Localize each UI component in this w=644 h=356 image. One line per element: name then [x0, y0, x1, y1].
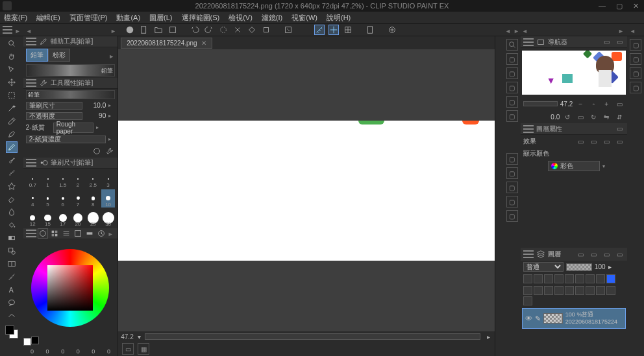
layers-opt4-icon[interactable]: ▭: [614, 249, 625, 259]
color-set-icon[interactable]: [73, 228, 83, 239]
undo-icon[interactable]: [190, 25, 200, 35]
wand-tool[interactable]: [6, 102, 18, 114]
paper-density-stepper[interactable]: ▸: [108, 136, 115, 142]
rq-3-icon[interactable]: ▢: [630, 67, 641, 79]
menu-file[interactable]: 檔案(F): [4, 13, 27, 23]
lb-3-icon[interactable]: [544, 286, 553, 295]
assets-icon[interactable]: [387, 25, 397, 35]
size-cell[interactable]: 12: [26, 209, 40, 227]
effect-3-icon[interactable]: ▭: [601, 136, 612, 147]
color-header[interactable]: [23, 228, 118, 239]
brush-preview[interactable]: 鉛筆: [26, 64, 116, 77]
color-expand-icon[interactable]: [108, 230, 114, 237]
layer-opacity-value[interactable]: 100: [595, 263, 606, 270]
la-1-icon[interactable]: [523, 274, 532, 283]
menu-help[interactable]: 說明(H): [327, 13, 351, 23]
layers-menu-icon[interactable]: [523, 250, 534, 258]
sv-square[interactable]: [47, 265, 93, 311]
fill-icon[interactable]: [247, 25, 257, 35]
lb-trash-icon[interactable]: [523, 296, 532, 305]
hue-ring[interactable]: [31, 249, 109, 327]
qa-9-icon[interactable]: ▢: [506, 196, 518, 208]
color-menu-icon[interactable]: [26, 230, 36, 237]
menu-page[interactable]: 頁面管理(P): [69, 13, 108, 23]
color-swatch-grid-icon[interactable]: [49, 228, 60, 239]
frame-tool[interactable]: [6, 258, 18, 270]
zoom-slider-icon[interactable]: ◦: [588, 99, 599, 109]
hand-tool[interactable]: [6, 51, 18, 62]
snap-grid-icon[interactable]: [343, 25, 353, 35]
toolprop-header[interactable]: 工具屬性[鉛筆]: [23, 78, 118, 89]
paper-density-slider[interactable]: 2-紙質濃度: [26, 136, 106, 143]
menu-anim[interactable]: 動畫(A): [116, 13, 140, 23]
size-cell[interactable]: 7: [71, 189, 84, 208]
balloon-tool[interactable]: [6, 297, 18, 309]
layerprop-menu-icon[interactable]: [523, 125, 534, 133]
rotate-ccw-icon[interactable]: ↺: [562, 112, 573, 122]
brushsize-stepper[interactable]: ▸: [108, 102, 115, 108]
move-tool[interactable]: [6, 77, 18, 88]
tab-pencil[interactable]: 鉛筆: [26, 49, 48, 62]
airbrush-tool[interactable]: [6, 167, 18, 179]
rotate-reset-icon[interactable]: ▭: [575, 112, 586, 122]
lprop-opt-icon[interactable]: ▭: [614, 124, 625, 134]
decoration-tool[interactable]: [6, 180, 18, 192]
fill-tool[interactable]: [6, 219, 18, 231]
panel-collapse-right-icon[interactable]: [110, 27, 117, 33]
nav-menu-icon[interactable]: [523, 38, 534, 46]
opacity-stepper[interactable]: ▸: [108, 113, 115, 119]
size-cell[interactable]: 10: [101, 189, 115, 208]
lb-mask-icon[interactable]: [586, 286, 595, 295]
snap-ruler-icon[interactable]: [314, 25, 325, 35]
size-cell[interactable]: 25: [86, 209, 100, 227]
flip-v-icon[interactable]: ⇵: [614, 112, 625, 122]
save-icon[interactable]: [167, 25, 178, 35]
minimize-button[interactable]: —: [596, 2, 608, 10]
layer-thumbnail[interactable]: [543, 313, 563, 324]
menu-view[interactable]: 檢視(V): [229, 13, 253, 23]
text-tool[interactable]: A: [6, 284, 18, 296]
menu-layer[interactable]: 圖層(L): [149, 13, 172, 23]
eyedropper-tool[interactable]: [6, 115, 18, 127]
la-7-icon[interactable]: [586, 274, 595, 283]
layer-item[interactable]: 👁 ✎ 100 %普通 2022060818175224: [522, 308, 626, 329]
zoom-dropdown-icon[interactable]: ▾: [138, 333, 141, 340]
snap-special-icon[interactable]: [328, 25, 339, 35]
size-cell[interactable]: 17: [56, 209, 69, 227]
pen-tool[interactable]: [6, 128, 18, 140]
nav-opt1-icon[interactable]: ▭: [601, 37, 612, 47]
redo-icon[interactable]: [204, 25, 214, 35]
toolprop-menu-icon[interactable]: [26, 79, 36, 87]
correct-line-tool[interactable]: [6, 310, 18, 322]
zoom-readout[interactable]: 47.2: [121, 333, 133, 340]
lb-6-icon[interactable]: [575, 286, 584, 295]
figure-tool[interactable]: [6, 245, 18, 257]
ruler-tool[interactable]: [6, 271, 18, 283]
size-cell[interactable]: 30: [101, 209, 115, 227]
size-cell[interactable]: 0.7: [26, 170, 40, 188]
rcol-l-icon[interactable]: [505, 27, 511, 33]
flip-h-icon[interactable]: ⇋: [601, 112, 612, 122]
nav-zoom-bar[interactable]: [523, 101, 558, 106]
size-cell[interactable]: 1.5: [56, 170, 69, 188]
la-8-icon[interactable]: [596, 274, 605, 283]
zoom-out-icon[interactable]: −: [575, 99, 586, 109]
v-scrollbar[interactable]: [495, 36, 504, 356]
open-file-icon[interactable]: [153, 25, 164, 35]
lb-5-icon[interactable]: [565, 286, 574, 295]
rq-2-icon[interactable]: ▢: [630, 53, 641, 65]
zoom-fit-icon[interactable]: ▭: [614, 99, 625, 109]
menu-window[interactable]: 視窗(W): [291, 13, 317, 23]
color-history-icon[interactable]: [96, 228, 106, 239]
nav-opt2-icon[interactable]: ▭: [614, 37, 625, 47]
marquee-tool[interactable]: [6, 89, 18, 101]
mini-bg[interactable]: [23, 338, 31, 346]
la-3-icon[interactable]: [544, 274, 553, 283]
size-cell[interactable]: 5: [41, 189, 55, 208]
layers-opt3-icon[interactable]: ▭: [601, 249, 612, 259]
pencil-tool[interactable]: [6, 141, 18, 153]
menu-select[interactable]: 選擇範圍(S): [182, 13, 220, 23]
paper-select[interactable]: Rough paper: [53, 123, 93, 133]
lb-9-icon[interactable]: [606, 286, 615, 295]
effect-4-icon[interactable]: ▭: [614, 136, 625, 147]
